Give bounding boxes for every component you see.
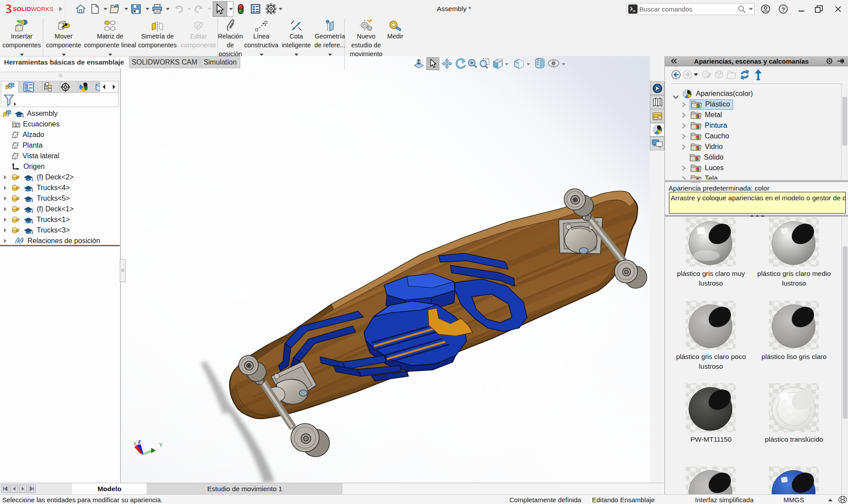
svg-text:?: ? bbox=[781, 6, 785, 13]
svg-text:Σ: Σ bbox=[15, 123, 17, 127]
svg-text:x: x bbox=[134, 440, 136, 447]
svg-text:SOLIDWORKS: SOLIDWORKS bbox=[13, 6, 53, 12]
svg-text:Y: Y bbox=[159, 442, 163, 448]
svg-text:z: z bbox=[138, 438, 141, 445]
